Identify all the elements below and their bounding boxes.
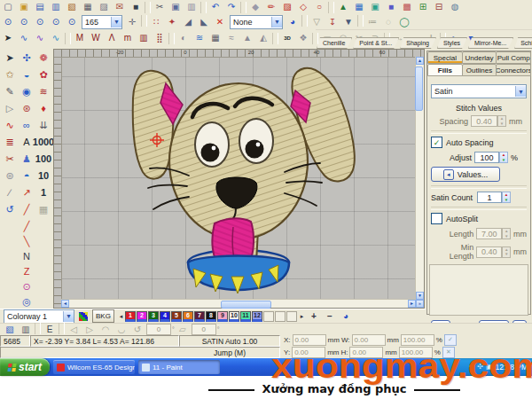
panel-expand-icon[interactable]: » bbox=[416, 300, 424, 308]
thread-color-empty[interactable] bbox=[286, 311, 297, 322]
scroll-down-icon[interactable]: ▼ bbox=[416, 292, 424, 300]
tool-icon[interactable]: ⊙ bbox=[64, 15, 80, 29]
tool-icon[interactable]: ⊙ bbox=[48, 15, 64, 29]
background-color-button[interactable]: BKG bbox=[92, 309, 114, 323]
tool-tab-schiffli[interactable]: Schiffli bbox=[514, 37, 532, 49]
tool-icon[interactable]: ∷ bbox=[148, 15, 164, 29]
chevron-down-icon[interactable]: ▼ bbox=[63, 311, 74, 322]
tool-icon[interactable]: ▩ bbox=[399, 0, 415, 14]
tool-icon[interactable]: ◍ bbox=[447, 0, 463, 14]
color-wheel-icon[interactable]: ◕ bbox=[338, 309, 354, 324]
tool-icon[interactable]: ↺ bbox=[1, 201, 19, 218]
tool-icon[interactable]: 10 bbox=[35, 168, 52, 184]
scale-field[interactable]: 100.00 bbox=[401, 334, 434, 346]
tool-icon[interactable]: ▥ bbox=[184, 0, 200, 14]
tool-icon[interactable]: ∞ bbox=[18, 117, 35, 134]
thread-color-8[interactable]: 8 bbox=[206, 311, 216, 322]
chevron-down-icon[interactable]: ▼ bbox=[111, 17, 121, 27]
tool-icon[interactable]: ⊛ bbox=[18, 100, 35, 117]
tool-icon[interactable]: ⊟ bbox=[431, 0, 447, 14]
tool-icon[interactable]: ↧ bbox=[325, 15, 340, 29]
tool-icon[interactable]: ▥ bbox=[136, 31, 152, 45]
thread-color-empty[interactable] bbox=[263, 311, 274, 322]
tool-icon[interactable]: ∿ bbox=[32, 31, 48, 45]
thread-color-1[interactable]: 1 bbox=[125, 311, 136, 322]
tool-icon[interactable]: 1 bbox=[35, 184, 52, 201]
thread-color-2[interactable]: 2 bbox=[137, 311, 147, 322]
values-button[interactable]: ◂ Values... bbox=[431, 167, 500, 182]
spacing-field[interactable]: 0.40 bbox=[471, 115, 497, 127]
tool-icon[interactable]: ✩ bbox=[1, 66, 19, 83]
tool-icon[interactable]: ◒ bbox=[18, 66, 35, 83]
taskbar-task-wilcom-es-65-design-[interactable]: Wilcom ES-65 Design... bbox=[53, 360, 135, 374]
scroll-up-icon[interactable]: ▲ bbox=[416, 57, 424, 65]
tool-icon[interactable]: ◌ bbox=[380, 15, 396, 29]
remove-color-icon[interactable]: − bbox=[322, 309, 338, 324]
tool-icon[interactable]: ▨ bbox=[96, 0, 112, 14]
tool-icon[interactable]: ▣ bbox=[168, 0, 184, 14]
tool-icon[interactable]: ▢ bbox=[0, 0, 16, 14]
palette-prev-icon[interactable]: ◂ bbox=[117, 311, 125, 322]
length-stepper[interactable]: ▲▼ bbox=[502, 228, 511, 239]
taskbar-task-11-paint[interactable]: 11 - Paint bbox=[138, 360, 220, 374]
apply-icon[interactable]: ✓ bbox=[444, 334, 457, 346]
thread-color-6[interactable]: 6 bbox=[183, 311, 193, 322]
tool-icon[interactable]: ▦ bbox=[351, 0, 367, 14]
tool-icon[interactable]: ◆ bbox=[247, 0, 263, 14]
tool-icon[interactable]: ⊙ bbox=[0, 15, 16, 29]
thread-color-5[interactable]: 5 bbox=[171, 311, 182, 322]
tool-icon[interactable]: ❁ bbox=[35, 50, 52, 66]
auto-spacing-checkbox[interactable]: ✓ bbox=[431, 137, 442, 148]
start-button[interactable]: start bbox=[0, 358, 50, 376]
tool-icon[interactable]: ♦ bbox=[35, 100, 52, 117]
tool-tab-mirror-me-[interactable]: Mirror-Me... bbox=[468, 37, 513, 49]
tool-icon[interactable]: ■ bbox=[383, 0, 399, 14]
tool-icon[interactable]: ✂ bbox=[1, 151, 19, 168]
tool-icon[interactable]: ▧ bbox=[64, 0, 80, 14]
tool-icon[interactable]: ∕ bbox=[1, 184, 19, 201]
tool-icon[interactable]: ↶ bbox=[207, 0, 223, 14]
tool-icon[interactable]: 1000 bbox=[35, 134, 52, 151]
thread-color-3[interactable]: 3 bbox=[148, 311, 159, 322]
size-field[interactable]: 0.00 bbox=[352, 334, 386, 346]
tool-icon[interactable]: m bbox=[120, 31, 136, 45]
properties-tab-outlines[interactable]: Outlines bbox=[462, 64, 497, 76]
tool-icon[interactable]: ✉ bbox=[112, 0, 128, 14]
tool-icon[interactable]: ▽ bbox=[309, 15, 325, 29]
tool-icon[interactable]: ≣ bbox=[1, 134, 19, 151]
tool-icon[interactable]: ○ bbox=[311, 0, 327, 14]
colorway-select[interactable]: Colorway 1 ▼ bbox=[4, 309, 74, 324]
length-field[interactable]: 7.00 bbox=[476, 228, 502, 239]
scroll-right-icon[interactable]: ► bbox=[408, 300, 416, 308]
skew-angle-field[interactable]: 0 bbox=[192, 324, 216, 335]
tool-icon[interactable]: ≋ bbox=[35, 83, 52, 100]
tool-icon[interactable]: ✛ bbox=[124, 15, 140, 29]
tool-icon[interactable]: ▣ bbox=[16, 0, 32, 14]
properties-tab-underlay[interactable]: Underlay bbox=[462, 51, 497, 64]
min-length-field[interactable]: 0.40 bbox=[476, 246, 502, 258]
chevron-down-icon[interactable]: ▼ bbox=[271, 17, 282, 27]
satin-count-stepper[interactable]: ▲▼ bbox=[502, 192, 511, 203]
properties-tab-special[interactable]: Special bbox=[427, 51, 463, 64]
tool-icon[interactable]: ▨ bbox=[279, 0, 295, 14]
tool-icon[interactable]: ⊚ bbox=[1, 168, 19, 184]
tool-icon[interactable]: ✣ bbox=[18, 50, 35, 66]
tool-icon[interactable]: ▣ bbox=[367, 0, 383, 14]
add-color-icon[interactable]: + bbox=[306, 309, 322, 324]
colorway-editor-icon[interactable] bbox=[76, 309, 90, 324]
thread-color-empty[interactable] bbox=[275, 311, 286, 322]
tool-icon[interactable]: ◓ bbox=[18, 168, 35, 184]
properties-tab-connectors[interactable]: Connectors bbox=[496, 64, 531, 76]
tool-tab-shaping[interactable]: Shaping bbox=[400, 37, 436, 49]
tool-icon[interactable]: ↷ bbox=[223, 0, 239, 14]
tool-icon[interactable]: ➤ bbox=[1, 50, 19, 66]
tool-icon[interactable]: ⊞ bbox=[415, 0, 431, 14]
tool-icon[interactable]: ∿ bbox=[1, 117, 19, 134]
tool-icon[interactable]: ▤ bbox=[32, 0, 48, 14]
palette-next-icon[interactable]: ▸ bbox=[298, 311, 306, 322]
tool-icon[interactable]: ◉ bbox=[18, 83, 35, 100]
thread-color-7[interactable]: 7 bbox=[194, 311, 205, 322]
horizontal-scroll-thumb[interactable] bbox=[221, 301, 271, 309]
tool-icon[interactable]: ▥ bbox=[48, 0, 64, 14]
fill-stitch-type-select[interactable]: Satin ▼ bbox=[431, 84, 527, 98]
